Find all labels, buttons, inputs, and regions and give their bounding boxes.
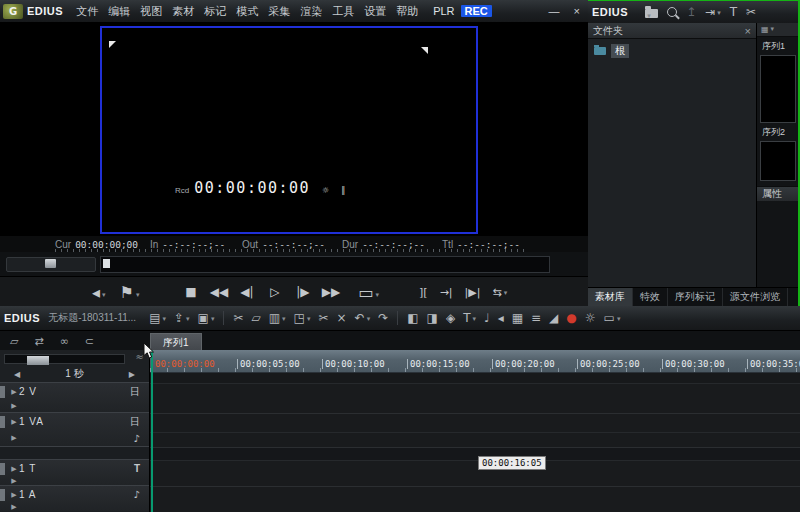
play-button[interactable]: ▷ <box>263 285 286 299</box>
audio-mixer-icon[interactable]: ≡ <box>528 311 544 325</box>
timeline-lanes[interactable]: 00:00:00:00 00:00:05:00 00:00:10:00 00:0… <box>150 350 800 512</box>
record-export-icon[interactable]: ● <box>563 311 579 325</box>
expand-icon[interactable]: ▶ <box>9 477 19 485</box>
search-icon[interactable] <box>667 7 677 17</box>
menu-settings[interactable]: 设置 <box>359 4 391 19</box>
tab-sequence-markers[interactable]: 序列标记 <box>668 288 723 306</box>
zoom-slider[interactable] <box>4 354 125 364</box>
menu-marker[interactable]: 标记 <box>199 4 231 19</box>
lane-1va[interactable] <box>150 414 800 448</box>
position-bar[interactable] <box>100 256 550 273</box>
play-in-out-button[interactable]: |▶| <box>465 286 481 299</box>
clip-thumbnail-sequence2[interactable] <box>760 141 796 181</box>
voice-over-icon[interactable]: ♩ <box>481 311 493 325</box>
zoom-level-label[interactable]: 1 秒 <box>20 367 129 381</box>
rewind-button[interactable]: ◀◀ <box>207 285 230 299</box>
add-clip-icon[interactable]: ⇪ <box>171 311 193 325</box>
title-channel-icon[interactable]: T <box>134 463 140 474</box>
marker-flag-icon[interactable]: ⚑ <box>120 283 140 302</box>
display-mode-icon[interactable]: ▭ <box>601 311 624 325</box>
track-header-2v[interactable]: ▶ 2 V 日 ▶ <box>0 382 149 412</box>
add-title-icon[interactable]: T <box>730 5 737 19</box>
tab-bin[interactable]: 素材库 <box>588 288 633 306</box>
clip-label-sequence1[interactable]: 序列1 <box>757 40 798 53</box>
lane-1t[interactable] <box>150 461 800 487</box>
copy-icon[interactable]: ▱ <box>249 311 264 325</box>
trim-mode-icon[interactable]: ◢ <box>546 311 561 325</box>
video-scopes-icon[interactable]: ▦ <box>509 311 526 325</box>
menu-clip[interactable]: 素材 <box>167 4 199 19</box>
folder-panel-close-icon[interactable]: × <box>745 25 751 37</box>
mute-icon[interactable]: ◂ <box>495 311 507 325</box>
clip-thumbnail-sequence1[interactable] <box>760 55 796 123</box>
undo-icon[interactable]: ↶ <box>352 311 374 325</box>
save-project-icon[interactable]: ▣ <box>195 311 218 325</box>
track-name[interactable]: 1 T <box>19 463 134 474</box>
clip-label-sequence2[interactable]: 序列2 <box>757 126 798 139</box>
tab-sequence1[interactable]: 序列1 <box>150 333 202 351</box>
replace-icon[interactable]: ◳ <box>291 311 314 325</box>
tab-effects[interactable]: 特效 <box>633 288 668 306</box>
plr-button[interactable]: PLR <box>433 5 454 17</box>
swap-source-button[interactable]: ⇆ <box>492 286 507 299</box>
insert-to-timeline-button[interactable]: →| <box>440 286 453 299</box>
expand-icon[interactable]: ▶ <box>9 418 19 426</box>
timeline-ruler[interactable]: 00:00:00:00 00:00:05:00 00:00:10:00 00:0… <box>150 350 800 373</box>
track-patch[interactable] <box>0 416 5 428</box>
cut-icon[interactable]: ✂ <box>746 5 756 19</box>
position-thumb[interactable] <box>103 259 110 268</box>
track-header-1va[interactable]: ▶ 1 VA 日 ▶ ♪ <box>0 412 149 446</box>
audio-channel-icon[interactable]: ♪ <box>134 489 140 500</box>
expand-icon[interactable]: ▶ <box>9 388 19 396</box>
redo-icon[interactable]: ↷ <box>375 311 391 325</box>
menu-capture[interactable]: 采集 <box>263 4 295 19</box>
settings-icon[interactable]: ☼ <box>582 311 599 325</box>
frame-back-button[interactable]: ◀| <box>235 285 258 299</box>
expand-icon[interactable]: ▶ <box>9 465 19 473</box>
frame-forward-button[interactable]: |▶ <box>291 285 314 299</box>
track-header-1t[interactable]: ▶ 1 T T ▶ <box>0 459 149 485</box>
properties-panel-header[interactable]: 属性 <box>757 186 798 201</box>
view-mode-icon[interactable]: ▦ <box>761 25 774 34</box>
track-name[interactable]: 1 VA <box>19 416 130 427</box>
playhead[interactable] <box>151 350 153 512</box>
menu-file[interactable]: 文件 <box>71 4 103 19</box>
mute-icon[interactable]: ◂ <box>92 283 106 302</box>
close-button[interactable]: × <box>574 5 580 17</box>
fast-forward-button[interactable]: ▶▶ <box>319 285 342 299</box>
menu-render[interactable]: 渲染 <box>295 4 327 19</box>
new-folder-icon[interactable] <box>645 9 658 18</box>
display-mode-icon[interactable]: ▭ <box>358 283 379 302</box>
ripple-cut-icon[interactable]: ✂ <box>315 311 331 325</box>
sync-lock-mode-icon[interactable]: ∞ <box>60 335 69 348</box>
rec-button[interactable]: REC <box>461 5 492 17</box>
add-transition-icon[interactable]: ◈ <box>443 311 458 325</box>
move-up-icon[interactable]: ↥ <box>686 5 696 19</box>
track-name[interactable]: 2 V <box>19 386 130 397</box>
match-frame-button[interactable]: ][ <box>419 286 428 299</box>
track-header-1a[interactable]: ▶ 1 A ♪ ▶ <box>0 485 149 511</box>
track-patch[interactable] <box>0 386 5 398</box>
expand-icon[interactable]: ▶ <box>9 503 19 511</box>
add-title-icon[interactable]: T <box>460 311 479 325</box>
root-folder-item[interactable]: 根 <box>611 44 629 58</box>
zoom-slider-handle[interactable] <box>27 356 49 365</box>
tab-source-browser[interactable]: 源文件浏览 <box>723 288 788 306</box>
set-in-icon[interactable]: ◧ <box>404 311 421 325</box>
video-channel-icon[interactable]: 日 <box>130 385 140 399</box>
ripple-mode-icon[interactable]: ⇄ <box>34 335 43 348</box>
menu-tools[interactable]: 工具 <box>327 4 359 19</box>
menu-edit[interactable]: 编辑 <box>103 4 135 19</box>
menu-help[interactable]: 帮助 <box>391 4 423 19</box>
lane-2v[interactable] <box>150 384 800 414</box>
video-channel-icon[interactable]: 日 <box>130 415 140 429</box>
expand-icon[interactable]: ▶ <box>9 434 19 442</box>
audio-channel-icon[interactable]: ♪ <box>134 433 140 444</box>
expand-icon[interactable]: ▶ <box>9 491 19 499</box>
shuttle-slider[interactable] <box>6 257 96 272</box>
delete-icon[interactable]: × <box>334 311 350 325</box>
new-sequence-icon[interactable]: ▤ <box>146 311 169 325</box>
track-patch[interactable] <box>0 463 5 475</box>
lane-1a[interactable] <box>150 487 800 512</box>
menu-view[interactable]: 视图 <box>135 4 167 19</box>
